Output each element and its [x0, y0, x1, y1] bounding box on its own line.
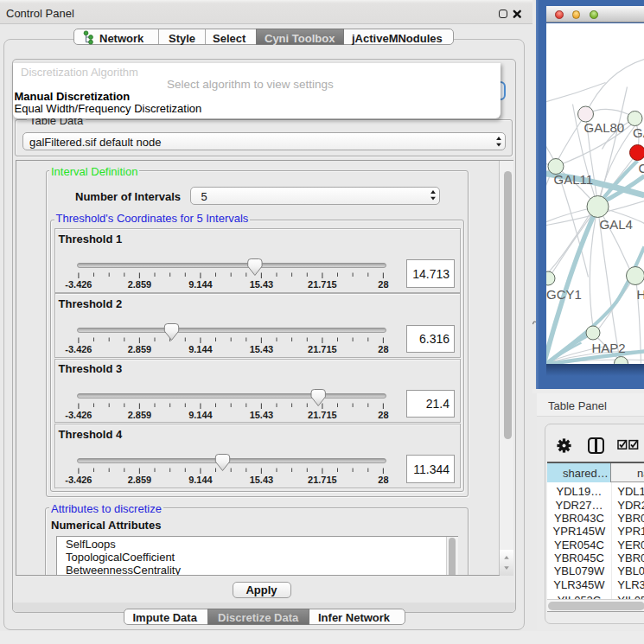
svg-text:28: 28 [378, 279, 388, 290]
svg-text:HAP2: HAP2 [591, 341, 625, 355]
svg-text:GAL11: GAL11 [553, 172, 593, 187]
svg-text:21.715: 21.715 [308, 344, 337, 354]
svg-text:15.43: 15.43 [249, 279, 273, 290]
svg-text:GAL80: GAL80 [583, 119, 624, 134]
svg-text:-3.426: -3.426 [65, 344, 92, 354]
svg-text:HI: HI [636, 286, 644, 301]
svg-text:9.144: 9.144 [188, 409, 213, 419]
svg-text:-3.426: -3.426 [65, 475, 92, 485]
svg-text:-3.426: -3.426 [65, 279, 92, 290]
svg-text:2.859: 2.859 [127, 344, 151, 354]
svg-text:21.715: 21.715 [308, 475, 337, 485]
svg-text:15.43: 15.43 [249, 344, 273, 354]
svg-text:28: 28 [378, 409, 388, 419]
svg-text:21.715: 21.715 [308, 409, 337, 419]
svg-text:2.859: 2.859 [127, 409, 151, 419]
svg-text:21.715: 21.715 [308, 279, 337, 290]
svg-text:15.43: 15.43 [249, 475, 273, 485]
svg-text:CG: CG [638, 161, 644, 175]
svg-text:-3.426: -3.426 [65, 409, 92, 419]
svg-text:28: 28 [378, 475, 388, 485]
svg-text:9.144: 9.144 [188, 279, 213, 290]
svg-text:28: 28 [378, 344, 388, 354]
svg-text:GA: GA [633, 125, 644, 140]
svg-text:2.859: 2.859 [127, 475, 151, 485]
svg-text:GAL4: GAL4 [599, 216, 632, 231]
svg-text:15.43: 15.43 [249, 409, 273, 419]
svg-text:9.144: 9.144 [188, 344, 213, 354]
svg-text:2.859: 2.859 [127, 279, 151, 290]
svg-text:GCY1: GCY1 [546, 286, 582, 301]
svg-text:9.144: 9.144 [188, 475, 213, 485]
